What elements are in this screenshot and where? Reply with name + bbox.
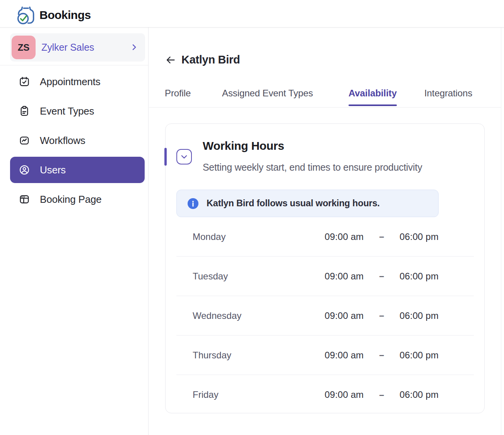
schedule-row-tuesday: Tuesday 09:00 am – 06:00 pm	[176, 257, 474, 296]
main-content: Katlyn Bird Profile Assigned Event Types…	[149, 27, 501, 435]
end-time: 06:00 pm	[400, 271, 440, 282]
section-title: Working Hours	[203, 139, 284, 152]
end-time: 06:00 pm	[400, 310, 440, 321]
start-time: 09:00 am	[323, 231, 364, 242]
start-time: 09:00 am	[323, 310, 364, 321]
calendar-check-icon	[19, 76, 30, 87]
user-circle-icon	[19, 164, 30, 176]
schedule-row-thursday: Thursday 09:00 am – 06:00 pm	[176, 336, 474, 375]
sidebar-item-label: Appointments	[40, 76, 101, 88]
start-time: 09:00 am	[323, 350, 364, 361]
workspace-switcher[interactable]: ZS Zylker Sales	[10, 33, 145, 62]
time-range-dash: –	[379, 390, 384, 400]
workflow-icon	[19, 135, 30, 146]
sidebar-item-label: Event Types	[40, 105, 94, 117]
sidebar-item-workflows[interactable]: Workflows	[0, 126, 148, 155]
time-range: 09:00 am – 06:00 pm	[323, 310, 440, 321]
bookings-logo-icon	[16, 6, 36, 26]
day-label: Wednesday	[193, 310, 241, 321]
clipboard-icon	[19, 105, 30, 117]
time-range-dash: –	[379, 350, 384, 360]
section-subtitle: Setting weekly start, end times to ensur…	[203, 161, 422, 173]
schedule-list: Monday 09:00 am – 06:00 pm Tuesday 09:00…	[176, 217, 474, 414]
sidebar-divider	[0, 65, 148, 65]
tab-availability[interactable]: Availability	[349, 88, 397, 99]
tab-bar-divider	[149, 107, 501, 108]
day-label: Thursday	[193, 350, 231, 361]
section-accent-bar	[164, 148, 167, 166]
app-title: Bookings	[39, 2, 91, 29]
back-button[interactable]	[165, 55, 176, 65]
sidebar-item-label: Booking Page	[40, 194, 102, 206]
arrow-left-icon	[165, 55, 176, 65]
working-hours-card: Working Hours Setting weekly start, end …	[165, 123, 485, 413]
day-label: Monday	[193, 231, 226, 242]
schedule-row-wednesday: Wednesday 09:00 am – 06:00 pm	[176, 296, 474, 336]
page-header: Katlyn Bird	[165, 53, 240, 67]
workspace-name: Zylker Sales	[41, 42, 94, 53]
time-range-dash: –	[379, 231, 384, 242]
end-time: 06:00 pm	[400, 231, 440, 242]
tab-profile[interactable]: Profile	[165, 88, 191, 99]
tab-integrations[interactable]: Integrations	[424, 88, 472, 99]
end-time: 06:00 pm	[400, 350, 440, 361]
sidebar-item-label: Workflows	[40, 135, 85, 147]
schedule-row-friday: Friday 09:00 am – 06:00 pm	[176, 375, 474, 414]
time-range-dash: –	[379, 271, 384, 281]
sidebar-nav: Appointments Event Types	[0, 67, 148, 214]
chevron-right-icon	[130, 43, 139, 52]
sidebar-item-event-types[interactable]: Event Types	[0, 96, 148, 126]
sidebar-item-label: Users	[40, 164, 66, 176]
sidebar: ZS Zylker Sales Appointments	[0, 27, 149, 435]
sidebar-item-appointments[interactable]: Appointments	[0, 67, 148, 96]
day-label: Friday	[193, 389, 219, 400]
time-range: 09:00 am – 06:00 pm	[323, 231, 440, 242]
time-range: 09:00 am – 06:00 pm	[323, 350, 440, 361]
collapse-section-button[interactable]	[176, 149, 192, 164]
tab-bar: Profile Assigned Event Types Availabilit…	[149, 88, 501, 99]
time-range-dash: –	[379, 310, 384, 321]
time-range: 09:00 am – 06:00 pm	[323, 389, 440, 400]
page-title: Katlyn Bird	[181, 53, 240, 66]
info-banner-text: Katlyn Bird follows usual working hours.	[207, 198, 380, 209]
sidebar-item-users[interactable]: Users	[0, 155, 148, 185]
info-icon	[188, 198, 198, 209]
tab-assigned-event-types[interactable]: Assigned Event Types	[222, 88, 313, 99]
start-time: 09:00 am	[323, 389, 364, 400]
layout-icon	[19, 194, 30, 205]
chevron-down-icon	[179, 152, 189, 161]
bookings-app: Bookings ZS Zylker Sales Appointments	[0, 0, 504, 435]
info-banner: Katlyn Bird follows usual working hours.	[176, 190, 439, 217]
schedule-row-monday: Monday 09:00 am – 06:00 pm	[176, 217, 474, 257]
workspace-avatar: ZS	[12, 36, 36, 59]
time-range: 09:00 am – 06:00 pm	[323, 271, 440, 282]
end-time: 06:00 pm	[400, 389, 440, 400]
day-label: Tuesday	[193, 271, 228, 282]
start-time: 09:00 am	[323, 271, 364, 282]
top-bar: Bookings	[0, 0, 504, 27]
sidebar-item-booking-page[interactable]: Booking Page	[0, 185, 148, 214]
